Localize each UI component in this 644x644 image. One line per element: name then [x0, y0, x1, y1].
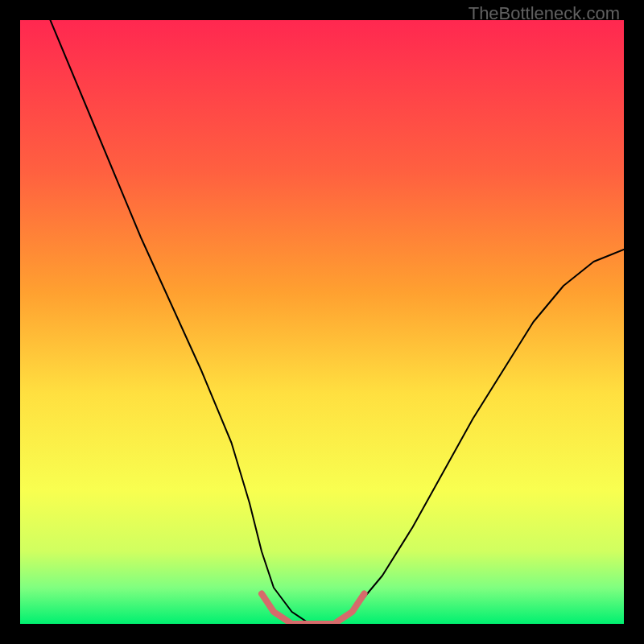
chart-svg: [20, 20, 624, 624]
chart-container: TheBottleneck.com: [0, 0, 644, 644]
plot-area: [20, 20, 624, 624]
watermark-text: TheBottleneck.com: [469, 3, 620, 24]
